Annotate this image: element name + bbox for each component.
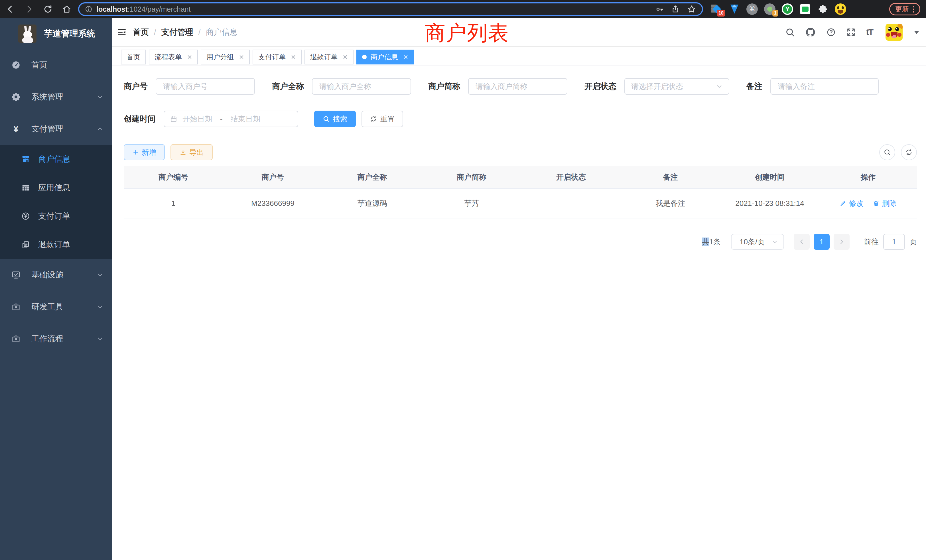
github-icon[interactable] — [805, 27, 816, 38]
sidebar-item-label: 工作流程 — [31, 333, 63, 344]
cell-create-time: 2021-10-23 08:31:14 — [720, 199, 820, 208]
tab-pay-order[interactable]: 支付订单 — [253, 50, 302, 64]
fullscreen-icon[interactable] — [846, 27, 856, 37]
close-icon[interactable] — [403, 54, 408, 60]
pagination: 共1条 10条/页 1 前往 页 — [124, 234, 917, 250]
tab-refund-order[interactable]: 退款订单 — [304, 50, 354, 64]
site-info-icon[interactable] — [85, 5, 92, 13]
field-label: 商户全称 — [272, 81, 304, 92]
screenshot-root: localhost:1024/pay/merchant 10 ⌘ 1 Y 更新 — [0, 0, 926, 560]
field-label: 备注 — [746, 81, 763, 92]
browser-update-button[interactable]: 更新 — [889, 3, 920, 15]
help-icon[interactable] — [826, 27, 836, 37]
merchant-no-input[interactable] — [156, 78, 255, 95]
extension-grey-circle-icon[interactable]: 1 — [764, 3, 775, 15]
sidebar-collapse-icon[interactable] — [117, 27, 127, 37]
share-icon[interactable] — [671, 5, 680, 14]
annotation-title: 商户列表 — [425, 20, 509, 47]
sidebar-item-pay-order[interactable]: 支付订单 — [0, 202, 112, 230]
extension-blue-diamond-icon[interactable]: 10 — [711, 3, 722, 15]
browser-menu-icon[interactable] — [913, 6, 914, 12]
refresh-table-button[interactable] — [901, 144, 917, 160]
sidebar-item-dev-tools[interactable]: 研发工具 — [0, 291, 112, 323]
sidebar-item-merchant-info[interactable]: 商户信息 — [0, 145, 112, 173]
tab-merchant-info[interactable]: 商户信息 — [356, 50, 414, 64]
password-key-icon[interactable] — [655, 5, 664, 14]
create-time-range-picker[interactable]: 开始日期 - 结束日期 — [163, 110, 298, 127]
sidebar-item-app-info[interactable]: 应用信息 — [0, 173, 112, 202]
url-path: :1024/pay/merchant — [128, 5, 191, 14]
yen-circle-icon — [21, 212, 30, 221]
short-name-input[interactable] — [468, 78, 567, 95]
navbar-actions: tT — [785, 24, 919, 41]
sidebar: 芋道管理系统 首页 系统管理 ¥ 支付管理 商户信息 — [0, 18, 112, 560]
chevron-down-icon — [716, 83, 722, 89]
end-date-placeholder: 结束日期 — [231, 114, 260, 124]
breadcrumb-pay[interactable]: 支付管理 — [161, 27, 193, 38]
goto-page-input[interactable] — [883, 234, 905, 250]
extensions-puzzle-icon[interactable] — [817, 3, 829, 15]
sidebar-item-infra[interactable]: 基础设施 — [0, 259, 112, 291]
avatar-caret-icon[interactable] — [914, 31, 919, 34]
search-button[interactable]: 搜索 — [314, 110, 356, 127]
page-size-select[interactable]: 10条/页 — [731, 234, 784, 250]
cell-full-name: 芋道源码 — [322, 198, 422, 209]
browser-home-icon[interactable] — [62, 5, 71, 14]
field-label: 创建时间 — [124, 114, 156, 124]
remark-input[interactable] — [770, 78, 879, 95]
chevron-down-icon — [97, 336, 103, 342]
reset-button[interactable]: 重置 — [362, 110, 403, 127]
monitor-icon — [9, 270, 23, 280]
extension-y-logo-icon[interactable]: Y — [782, 3, 793, 15]
sidebar-item-refund-order[interactable]: 退款订单 — [0, 230, 112, 259]
extension-emoji-icon[interactable] — [835, 3, 846, 15]
breadcrumb-current: 商户信息 — [206, 27, 238, 38]
extension-command-icon[interactable]: ⌘ — [746, 3, 758, 15]
toggle-search-button[interactable] — [879, 144, 895, 160]
edit-link[interactable]: 修改 — [840, 198, 864, 209]
text-size-icon[interactable]: tT — [866, 27, 873, 37]
sidebar-item-system[interactable]: 系统管理 — [0, 81, 112, 113]
extension-chat-icon[interactable] — [799, 3, 811, 15]
sidebar-submenu-pay: 商户信息 应用信息 支付订单 退款订单 — [0, 145, 112, 259]
sidebar-item-label: 支付管理 — [31, 123, 63, 134]
app-title: 芋道管理系统 — [44, 28, 95, 39]
full-name-input[interactable] — [312, 78, 411, 95]
start-date-placeholder: 开始日期 — [183, 114, 212, 124]
sidebar-item-pay[interactable]: ¥ 支付管理 — [0, 113, 112, 145]
close-icon[interactable] — [187, 54, 192, 60]
prev-page-button[interactable] — [794, 234, 809, 250]
column-header: 商户全称 — [322, 172, 422, 182]
browser-reload-icon[interactable] — [43, 5, 53, 14]
user-avatar[interactable] — [885, 24, 903, 41]
close-icon[interactable] — [239, 54, 244, 60]
tab-user-group[interactable]: 用户分组 — [201, 50, 250, 64]
close-icon[interactable] — [291, 54, 296, 60]
add-button[interactable]: 新增 — [124, 144, 165, 160]
close-icon[interactable] — [343, 54, 348, 60]
breadcrumb: 首页 / 支付管理 / 商户信息 — [133, 27, 238, 38]
next-page-button[interactable] — [834, 234, 850, 250]
delete-link[interactable]: 删除 — [873, 198, 897, 209]
sidebar-item-workflow[interactable]: 工作流程 — [0, 323, 112, 355]
export-button[interactable]: 导出 — [171, 144, 213, 160]
browser-back-icon[interactable] — [6, 5, 15, 14]
url-bar[interactable]: localhost:1024/pay/merchant — [78, 2, 703, 16]
column-header: 创建时间 — [720, 172, 820, 182]
table-header: 商户编号 商户号 商户全称 商户简称 开启状态 备注 创建时间 操作 — [124, 166, 917, 189]
tab-home[interactable]: 首页 — [121, 50, 146, 64]
sidebar-item-label: 基础设施 — [31, 269, 63, 280]
sidebar-logo[interactable]: 芋道管理系统 — [0, 18, 112, 49]
bookmark-star-icon[interactable] — [687, 5, 696, 14]
sidebar-item-home[interactable]: 首页 — [0, 49, 112, 81]
extension-badge: 1 — [772, 10, 778, 17]
header-search-icon[interactable] — [785, 27, 795, 37]
refresh-icon — [370, 115, 377, 122]
browser-chrome: localhost:1024/pay/merchant 10 ⌘ 1 Y 更新 — [0, 0, 926, 18]
browser-forward-icon[interactable] — [24, 5, 34, 14]
tab-process-form[interactable]: 流程表单 — [149, 50, 198, 64]
status-select[interactable]: 请选择开启状态 — [624, 78, 729, 95]
breadcrumb-home[interactable]: 首页 — [133, 27, 149, 38]
page-number-button[interactable]: 1 — [814, 234, 830, 250]
extension-gem-icon[interactable] — [729, 3, 740, 15]
